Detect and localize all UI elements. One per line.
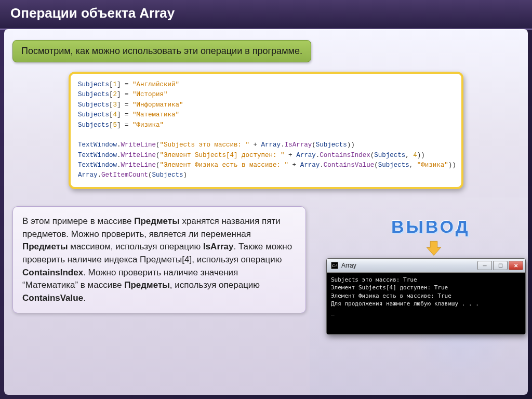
intro-box: Посмотрим, как можно использовать эти оп… xyxy=(12,40,311,62)
close-button[interactable]: ✕ xyxy=(509,261,523,270)
code-block: Subjects[1] = "Английский"Subjects[2] = … xyxy=(69,72,463,189)
console-icon: C:\ xyxy=(331,262,338,269)
minimize-button[interactable]: ─ xyxy=(477,261,492,270)
console-titlebar: C:\ Array ─ ☐ ✕ xyxy=(327,259,525,273)
console-title: Array xyxy=(341,262,356,269)
arrow-down-icon xyxy=(425,240,443,257)
output-label: ВЫВОД xyxy=(391,217,470,237)
description-box: В этом примере в массиве Предметы хранят… xyxy=(12,206,306,313)
slide-title: Операции объекта Array xyxy=(0,0,532,30)
console-window: C:\ Array ─ ☐ ✕ Subjects это массив: Tru… xyxy=(326,258,526,335)
console-output: Subjects это массив: True Элемент Subjec… xyxy=(327,273,525,334)
slide-body: Посмотрим, как можно использовать эти оп… xyxy=(4,29,528,395)
maximize-button[interactable]: ☐ xyxy=(493,261,508,270)
